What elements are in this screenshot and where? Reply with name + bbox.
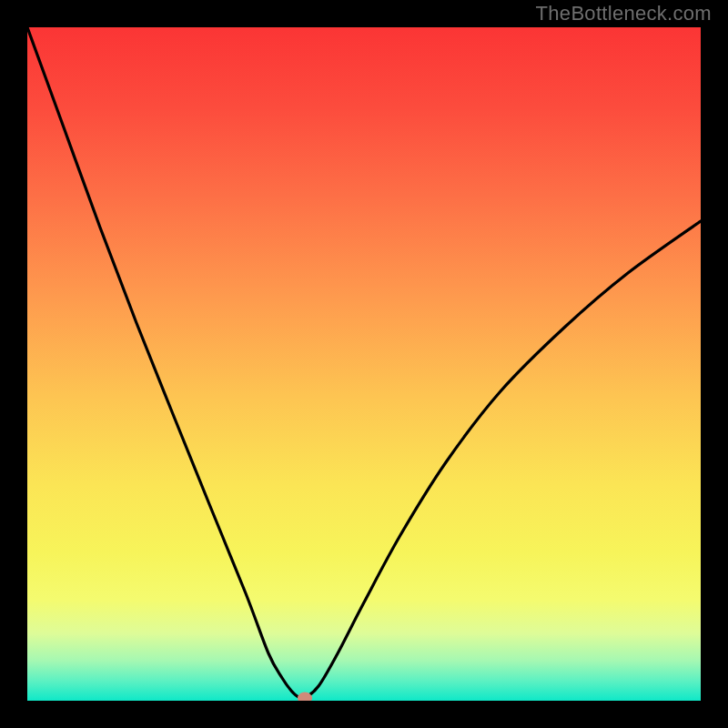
bottleneck-curve bbox=[27, 27, 701, 699]
chart-frame: TheBottleneck.com bbox=[0, 0, 728, 728]
bottleneck-marker bbox=[298, 693, 312, 702]
bottleneck-curve-svg bbox=[27, 27, 701, 701]
watermark-text: TheBottleneck.com bbox=[536, 2, 712, 25]
plot-area bbox=[27, 27, 701, 701]
